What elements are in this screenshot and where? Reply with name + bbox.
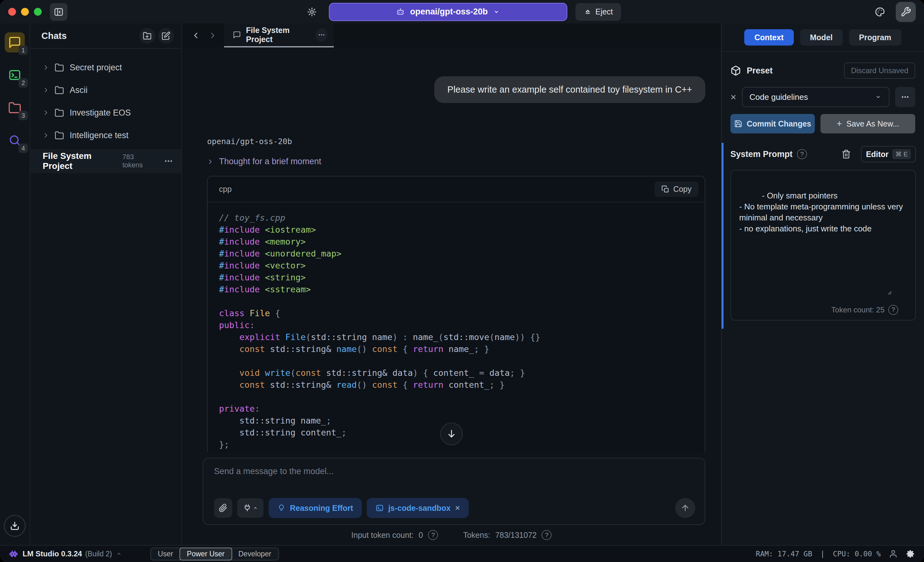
sidebar-folder-item[interactable]: Investigate EOS — [30, 101, 182, 124]
help-icon[interactable]: ? — [797, 149, 807, 159]
folder-label: Secret project — [70, 63, 122, 72]
user-icon[interactable] — [889, 550, 898, 558]
chat-column: File System Project Please write an exam… — [182, 24, 721, 545]
tab-file-system-project[interactable]: File System Project — [224, 24, 334, 47]
code-block: cpp Copy // toy_fs.cpp#include <iostream… — [207, 176, 705, 452]
mode-developer[interactable]: Developer — [231, 548, 278, 560]
ellipsis-icon[interactable] — [164, 156, 173, 166]
chevron-down-icon — [493, 8, 500, 16]
tab-menu-button[interactable] — [316, 28, 327, 42]
app-version: LM Studio 0.3.24 — [22, 550, 82, 558]
folder-icon — [55, 131, 64, 140]
gear-icon — [307, 7, 317, 17]
rail-item-developer[interactable]: 2 — [5, 65, 25, 85]
rail-item-discover[interactable]: 4 — [5, 130, 25, 150]
sidebar-folder-item[interactable]: Intelligence test — [30, 124, 182, 147]
js-code-sandbox-chip[interactable]: js-code-sandbox × — [367, 498, 469, 518]
back-button[interactable] — [189, 29, 202, 42]
minimize-window-button[interactable] — [21, 8, 29, 16]
code-line: void write(const std::string& data) { co… — [219, 367, 693, 379]
thought-toggle[interactable]: Thought for a brief moment — [207, 157, 705, 167]
thought-label: Thought for a brief moment — [219, 157, 321, 167]
chevron-right-icon[interactable] — [43, 110, 49, 116]
chevron-right-icon[interactable] — [43, 65, 49, 71]
user-message: Please write an example self contained t… — [434, 76, 705, 103]
tab-model[interactable]: Model — [800, 29, 843, 45]
tab-context[interactable]: Context — [744, 29, 794, 45]
sidebar-toggle-button[interactable] — [50, 3, 68, 21]
developer-tools-button[interactable] — [896, 2, 916, 22]
folder-icon — [55, 63, 64, 72]
chats-title: Chats — [41, 31, 67, 41]
chevron-right-icon[interactable] — [43, 132, 49, 138]
eject-button[interactable]: Eject — [575, 3, 621, 21]
help-icon[interactable]: ? — [542, 530, 552, 540]
build-number: (Build 2) — [85, 550, 112, 558]
preset-title: Preset — [747, 66, 773, 76]
tokens-value: 783/131072 — [495, 530, 537, 540]
model-selector[interactable]: openai/gpt-oss-20b — [329, 3, 567, 21]
reasoning-effort-chip[interactable]: Reasoning Effort — [268, 498, 362, 518]
folder-label: Ascii — [70, 86, 87, 95]
traffic-lights — [8, 8, 42, 16]
sidebar-folder-item[interactable]: Ascii — [30, 79, 182, 101]
code-line: #include <sstream> — [219, 284, 693, 295]
tab-program[interactable]: Program — [849, 29, 902, 45]
copy-code-button[interactable]: Copy — [654, 182, 698, 197]
discard-unsaved-button[interactable]: Discard Unsaved — [844, 63, 915, 79]
new-folder-button[interactable] — [139, 28, 155, 44]
help-icon[interactable]: ? — [428, 530, 438, 540]
message-input[interactable]: Send a message to the model... — [214, 467, 695, 476]
theme-button[interactable] — [871, 3, 889, 21]
mode-power-user[interactable]: Power User — [180, 548, 232, 560]
chat-item-label: File System Project — [43, 151, 122, 171]
code-line: #include <string> — [219, 272, 693, 284]
scroll-to-bottom-button[interactable] — [440, 422, 463, 445]
rail-item-chat[interactable]: 1 — [5, 32, 25, 53]
chat-transcript: Please write an example self contained t… — [182, 47, 721, 452]
rail-item-my-models[interactable]: 3 — [5, 98, 25, 118]
trash-icon[interactable] — [842, 149, 851, 159]
preset-menu-button[interactable] — [895, 87, 915, 107]
chat-folder-list: Secret project Ascii Investigate EOS Int… — [30, 49, 182, 147]
close-icon[interactable]: × — [455, 503, 460, 513]
rail-badge: 4 — [18, 143, 28, 153]
chat-item-selected[interactable]: File System Project 783 tokens — [30, 149, 182, 173]
tab-label: File System Project — [246, 26, 309, 44]
mode-user[interactable]: User — [151, 548, 180, 560]
sidebar-toggle-icon — [54, 7, 64, 17]
right-panel: Context Model Program Preset Discard Uns… — [721, 24, 924, 545]
zoom-window-button[interactable] — [34, 8, 42, 16]
sidebar-folder-item[interactable]: Secret project — [30, 56, 182, 79]
system-prompt-textarea[interactable]: - Only smart pointers - No template meta… — [730, 170, 916, 320]
editor-shortcut: ⌘ E — [892, 149, 911, 159]
chevron-up-icon[interactable] — [116, 551, 122, 557]
lm-studio-window: openai/gpt-oss-20b Eject — [0, 0, 924, 562]
resize-handle-icon[interactable] — [885, 267, 913, 317]
new-chat-button[interactable] — [158, 28, 174, 44]
code-line — [219, 295, 693, 307]
editor-button[interactable]: Editor ⌘ E — [861, 146, 916, 162]
chevron-right-icon[interactable] — [43, 87, 49, 93]
eject-label: Eject — [596, 7, 613, 17]
js-code-sandbox-label: js-code-sandbox — [388, 503, 450, 513]
model-settings-button[interactable] — [303, 3, 321, 21]
settings-icon[interactable] — [906, 549, 915, 559]
save-as-new-button[interactable]: + Save As New... — [820, 114, 915, 134]
forward-button[interactable] — [206, 29, 220, 42]
close-window-button[interactable] — [8, 8, 16, 16]
folder-label: Intelligence test — [70, 131, 129, 140]
input-token-label: Input token count: — [351, 530, 414, 540]
plugins-button[interactable] — [237, 498, 264, 518]
send-button[interactable] — [675, 498, 695, 518]
main-area: 1 2 3 4 — [0, 24, 924, 545]
chats-sidebar: Chats — [30, 24, 182, 545]
attach-file-button[interactable] — [214, 498, 232, 518]
commit-changes-button[interactable]: Commit Changes — [730, 114, 815, 134]
preset-select[interactable]: Code guidelines — [742, 87, 890, 107]
divider — [722, 51, 924, 52]
clear-preset-button[interactable]: × — [730, 92, 736, 102]
folder-icon — [55, 86, 64, 95]
downloads-button[interactable] — [4, 515, 26, 537]
code-line — [219, 391, 693, 403]
